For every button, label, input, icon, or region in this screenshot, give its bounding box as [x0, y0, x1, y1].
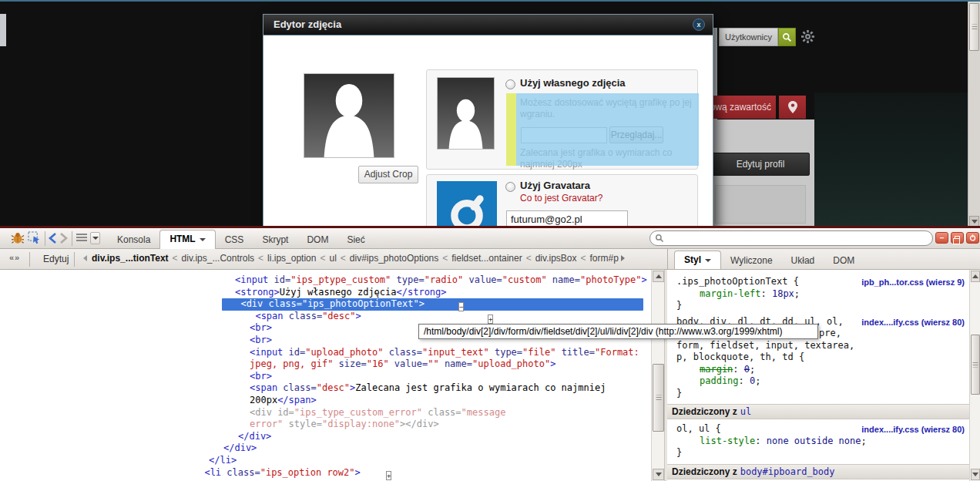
firebug-bug-icon[interactable] — [11, 232, 25, 244]
html-tree-row[interactable]: +<li class="ips_option row2"> — [0, 467, 651, 479]
profile-panel: Edytuj profil — [709, 119, 814, 228]
breadcrumb-scroll-right-icon[interactable] — [621, 255, 625, 261]
detach-window-icon[interactable] — [951, 232, 964, 244]
html-tree-scrollbar[interactable] — [651, 270, 664, 481]
breadcrumb-scroll-left-icon[interactable] — [83, 255, 87, 261]
inherited-from-header: Dziedziczony zul — [667, 404, 969, 419]
css-line[interactable]: form, fieldset, input, textarea, — [676, 340, 966, 352]
html-tree-row[interactable]: error" style="display:none"></div> — [0, 419, 651, 431]
breadcrumb-item[interactable]: div.ips_...Controls — [182, 253, 254, 264]
firebug-toolbar: KonsolaHTMLCSSSkryptDOMSieć – — [0, 228, 980, 249]
html-tree-row[interactable]: </li> — [0, 455, 651, 467]
html-tree-row[interactable]: </div> — [0, 442, 651, 455]
breadcrumb-item[interactable]: fieldset...ontainer — [451, 253, 522, 264]
scroll-up-button[interactable] — [653, 271, 664, 282]
html-tree-row[interactable]: <input id="upload_photo" class="input_te… — [0, 347, 651, 359]
tab-sieć[interactable]: Sieć — [337, 231, 374, 249]
inherited-element-name[interactable]: ul — [740, 406, 751, 417]
html-tree-row[interactable]: <span class="desc">Zalecana jest grafika… — [0, 382, 651, 395]
css-line[interactable]: margin-left: 18px; — [676, 288, 966, 301]
html-tree-row[interactable]: 200px</span> — [0, 395, 651, 407]
tab-konsola[interactable]: Konsola — [108, 231, 159, 249]
css-file-link[interactable]: index....ify.css (wiersz 80) — [861, 318, 965, 327]
side-tab-styl[interactable]: Styl — [674, 251, 721, 270]
breadcrumb-item[interactable]: li.ips_option — [267, 253, 316, 264]
edit-profile-button[interactable]: Edytuj profil — [711, 153, 810, 176]
browser-scrollbar-down-button[interactable] — [969, 216, 979, 227]
gravatar-label: Użyj Gravatara — [520, 180, 590, 191]
css-line[interactable]: } — [676, 447, 966, 459]
side-panel-toggle-icon[interactable]: «» — [9, 253, 20, 262]
tab-dom[interactable]: DOM — [297, 231, 337, 249]
browser-scrollbar[interactable] — [968, 2, 980, 228]
adjust-crop-button[interactable]: Adjust Crop — [358, 166, 418, 183]
panel-list-icon[interactable] — [76, 232, 88, 243]
dialog-titlebar[interactable]: Edytor zdjęcia x — [263, 15, 713, 35]
css-file-link[interactable]: ipb_ph...tor.css (wiersz 9) — [861, 278, 965, 287]
panel-list-dropdown[interactable] — [90, 232, 100, 244]
users-button[interactable]: Użytkownicy — [719, 28, 778, 46]
css-line[interactable]: } — [676, 388, 966, 400]
breadcrumb-item[interactable]: div#ips_photoOptions — [350, 253, 438, 264]
tree-expander-icon[interactable]: + — [488, 314, 493, 324]
minimize-icon[interactable]: – — [935, 232, 948, 244]
what-is-gravatar-link[interactable]: Co to jest Gravatar? — [520, 193, 602, 204]
scrollbar-thumb[interactable] — [653, 364, 664, 432]
tab-html[interactable]: HTML — [159, 230, 215, 249]
firebug-search-box[interactable] — [649, 230, 933, 246]
radio-gravatar[interactable] — [505, 182, 515, 192]
scroll-up-button[interactable] — [971, 271, 980, 282]
tab-css[interactable]: CSS — [216, 231, 253, 249]
html-tree-row[interactable]: <br> — [0, 371, 651, 383]
style-panel-scrollbar[interactable] — [969, 270, 980, 481]
css-line[interactable]: margin: 0; — [676, 364, 966, 376]
html-tree-row[interactable]: </div> — [0, 431, 651, 443]
firebug-edit-button[interactable]: Edytuj — [35, 251, 76, 267]
html-tree-row[interactable]: jpeg, png, gif" size="16" value="" name=… — [0, 358, 651, 371]
inspect-element-icon[interactable] — [28, 231, 41, 244]
html-tree-row[interactable]: +<span class="desc"> — [0, 311, 651, 323]
scrollbar-thumb[interactable] — [971, 335, 980, 395]
side-tab-dom[interactable]: DOM — [824, 252, 864, 270]
css-line[interactable]: p, blockquote, th, td { — [676, 352, 966, 364]
side-tab-układ[interactable]: Układ — [782, 252, 824, 270]
html-tree-row[interactable]: −<div class="ips_photoOptionText"> — [0, 298, 651, 311]
html-tree-row[interactable]: <input id="ips_ptype_custom" type="radio… — [0, 274, 651, 287]
inherited-from-header: Dziedziczony zbody#ipboard_body — [667, 464, 969, 479]
forward-icon[interactable] — [59, 233, 69, 244]
dialog-close-button[interactable]: x — [693, 18, 705, 31]
breadcrumb-item[interactable]: div.ipsBox — [535, 253, 577, 264]
back-icon[interactable] — [48, 233, 57, 244]
firebug-search-input[interactable] — [664, 233, 932, 244]
tab-skrypt[interactable]: Skrypt — [253, 231, 297, 249]
css-line[interactable]: list-style: none outside none; — [676, 436, 966, 448]
breadcrumb-item[interactable]: ul — [329, 253, 336, 264]
css-file-link[interactable]: index....ify.css (wiersz 80) — [861, 425, 965, 434]
html-tree-row[interactable]: <div id="ips_type_custom_error" class="m… — [0, 407, 651, 419]
scroll-down-button[interactable] — [971, 469, 980, 480]
css-line[interactable]: } — [676, 300, 966, 312]
person-silhouette-icon — [304, 74, 394, 157]
xpath-tooltip: /html/body/div[2]/div/form/div/fieldset/… — [418, 324, 818, 339]
breadcrumb-item[interactable]: form#p — [590, 253, 619, 264]
browser-viewport: Użytkownicy ową zawartość Edytuj profil … — [0, 0, 980, 228]
tree-expander-icon[interactable]: − — [458, 302, 464, 311]
tree-expander-icon[interactable]: + — [386, 471, 391, 480]
close-power-icon[interactable] — [966, 232, 979, 244]
html-tree-panel: <input id="ips_ptype_custom" type="radio… — [0, 270, 651, 481]
css-line[interactable]: padding: 0; — [676, 375, 966, 388]
location-pin-button[interactable] — [779, 96, 806, 119]
html-tree-row[interactable]: <strong>Użyj własnego zdjęcia</strong> — [0, 287, 651, 299]
add-content-button[interactable]: ową zawartość — [710, 96, 776, 119]
avatar-preview-small — [437, 77, 495, 150]
breadcrumb: div.ips_...tionText<div.ips_...Controls<… — [83, 253, 625, 264]
inspector-padding-overlay — [506, 93, 516, 166]
browser-scrollbar-thumb[interactable] — [969, 3, 979, 51]
inherited-element-name[interactable]: body#ipboard_body — [740, 466, 835, 477]
gear-icon[interactable] — [801, 30, 814, 43]
breadcrumb-item[interactable]: div.ips_...tionText — [92, 253, 169, 264]
side-tab-wyliczone[interactable]: Wyliczone — [721, 252, 782, 270]
page-search-button[interactable] — [778, 28, 796, 46]
radio-own-photo[interactable] — [505, 79, 515, 89]
scroll-down-button[interactable] — [653, 469, 664, 480]
